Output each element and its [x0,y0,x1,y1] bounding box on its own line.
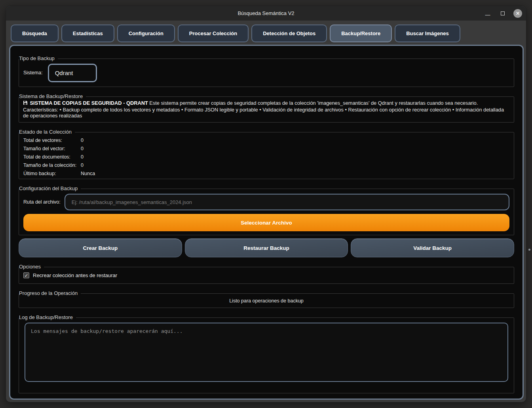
system-combobox[interactable]: Qdrant [48,64,97,82]
tab-bar: Búsqueda Estadísticas Configuración Proc… [6,21,526,43]
section-title-progreso-operacion: Progreso de la Operación [19,290,81,297]
stat-value: 0 [81,154,514,160]
select-file-button[interactable]: Seleccionar Archivo [23,214,509,231]
tab-estadisticas[interactable]: Estadísticas [61,25,114,42]
stat-label: Total de vectores: [23,138,81,143]
minimize-icon[interactable]: — [483,9,492,18]
desktop-scrollbar-dot [528,249,530,251]
sistema-label: Sistema: [23,70,43,76]
file-path-input[interactable] [65,194,509,210]
backup-restore-panel: Tipo de Backup Sistema: Qdrant Sistema d… [9,45,524,400]
section-title-opciones: Opciones [19,263,44,270]
stat-label: Total de documentos: [23,154,81,160]
stat-label: Último backup: [23,171,81,176]
section-configuracion-backup: Configuración del Backup Ruta del archiv… [19,189,514,235]
stat-row-tamano-coleccion: Tamaño de la colección: 0 [23,161,514,169]
tab-busqueda[interactable]: Búsqueda [11,25,59,42]
system-description-bold: SISTEMA DE COPIAS DE SEGURIDAD - QDRANT [30,100,148,106]
stat-row-total-vectores: Total de vectores: 0 [23,136,514,144]
stat-label: Tamaño del vector: [23,146,81,151]
floppy-disk-icon [23,100,28,107]
recreate-collection-label: Recrear colección antes de restaurar [33,272,117,278]
section-title-tipo-de-backup: Tipo de Backup [19,55,58,62]
stat-value: 0 [81,146,514,151]
backup-actions-row: Crear Backup Restaurar Backup Validar Ba… [19,238,514,257]
stat-value: 0 [81,138,514,143]
stat-value: 0 [81,162,514,168]
section-log-backup-restore: Log de Backup/Restore [19,317,514,393]
stat-value: Nunca [81,171,514,176]
window-controls: — ✕ [483,6,522,21]
stat-label: Tamaño de la colección: [23,162,81,168]
app-window: Búsqueda Semántica V2 — ✕ Búsqueda Estad… [6,6,526,402]
section-title-sistema-backup-restore: Sistema de Backup/Restore [19,93,86,100]
stat-row-ultimo-backup: Último backup: Nunca [23,169,514,178]
section-sistema-backup-restore: Sistema de Backup/Restore SISTEMA DE COP… [19,96,514,123]
system-description: SISTEMA DE COPIAS DE SEGURIDAD - QDRANT … [23,100,510,119]
section-estado-coleccion: Estado de la Colección Total de vectores… [19,132,514,179]
tab-procesar-coleccion[interactable]: Procesar Colección [178,25,249,42]
validate-backup-button[interactable]: Validar Backup [351,238,514,257]
restore-backup-button[interactable]: Restaurar Backup [185,238,348,257]
section-progreso-operacion: Progreso de la Operación Listo para oper… [19,293,514,308]
file-path-row: Ruta del archivo: [23,194,509,210]
section-title-configuracion-backup: Configuración del Backup [19,185,81,192]
tab-backup-restore[interactable]: Backup/Restore [330,25,392,42]
checkmark-icon: ✓ [24,273,28,278]
tab-deteccion-objetos[interactable]: Detección de Objetos [251,25,327,42]
recreate-collection-checkbox[interactable]: ✓ [23,272,29,278]
close-icon[interactable]: ✕ [513,9,522,18]
section-opciones: Opciones ✓ Recrear colección antes de re… [19,267,514,284]
section-title-log-backup-restore: Log de Backup/Restore [19,314,76,321]
maximize-icon[interactable] [498,9,507,18]
stat-row-tamano-vector: Tamaño del vector: 0 [23,144,514,153]
window-title: Búsqueda Semántica V2 [6,10,526,16]
section-tipo-de-backup: Tipo de Backup Sistema: Qdrant [19,59,514,87]
tab-buscar-imagenes[interactable]: Buscar Imágenes [395,25,460,42]
file-path-label: Ruta del archivo: [23,199,61,205]
create-backup-button[interactable]: Crear Backup [19,238,182,257]
backup-log-textarea[interactable] [25,323,508,382]
progress-status-text: Listo para operaciones de backup [229,298,304,304]
stat-row-total-documentos: Total de documentos: 0 [23,153,514,161]
section-title-estado-coleccion: Estado de la Colección [19,128,75,135]
title-bar[interactable]: Búsqueda Semántica V2 — ✕ [6,6,526,21]
tab-configuracion[interactable]: Configuración [117,25,175,42]
